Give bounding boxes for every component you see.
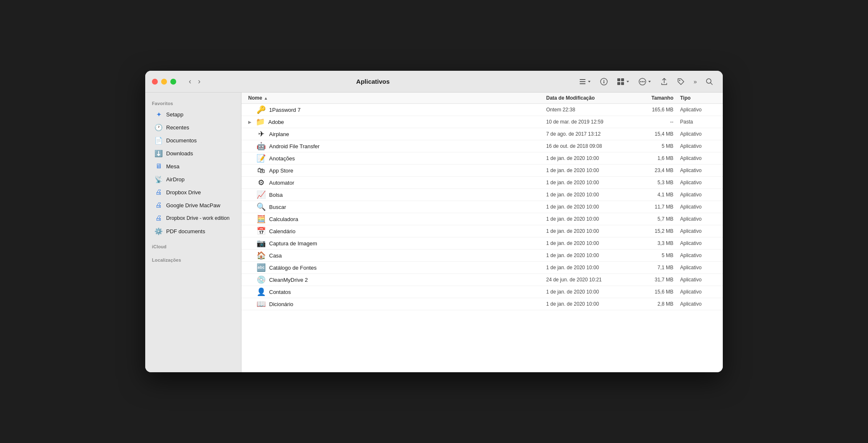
- file-type-cell: Aplicativo: [677, 289, 723, 295]
- sidebar-item-documentos[interactable]: 📄 Documentos: [148, 134, 239, 147]
- back-button[interactable]: ‹: [186, 75, 194, 88]
- sidebar-item-dropbox-work[interactable]: 🖨 Dropbox Drive - work edition: [148, 212, 239, 224]
- col-date-header[interactable]: Data de Modificação: [543, 95, 627, 101]
- sidebar-item-label: AirDrop: [166, 176, 185, 183]
- file-date-cell: 24 de jun. de 2020 10:21: [543, 277, 627, 283]
- file-name-cell: 📅 Calendário: [241, 227, 543, 236]
- file-date-cell: 1 de jan. de 2020 10:00: [543, 265, 627, 270]
- pdfdocs-icon: ⚙️: [154, 227, 163, 235]
- file-name-cell: 📝 Anotações: [241, 154, 543, 163]
- forward-button[interactable]: ›: [195, 75, 203, 88]
- file-name-cell: ▶ 📁 Adobe: [241, 117, 543, 126]
- svg-rect-7: [621, 78, 624, 81]
- table-row[interactable]: 🔑 1Password 7 Ontem 22:38 165,6 MB Aplic…: [241, 104, 723, 116]
- sidebar-item-label: Setapp: [166, 111, 183, 118]
- file-size-cell: 11,7 MB: [627, 204, 677, 210]
- file-type-cell: Aplicativo: [677, 240, 723, 246]
- file-date-cell: 1 de jan. de 2020 10:00: [543, 204, 627, 210]
- file-name-label: Calculadora: [269, 216, 298, 222]
- file-icon: 👤: [257, 287, 266, 296]
- file-date-cell: 16 de out. de 2018 09:08: [543, 143, 627, 149]
- table-row[interactable]: 📈 Bolsa 1 de jan. de 2020 10:00 4,1 MB A…: [241, 189, 723, 201]
- file-name-cell: ⚙ Automator: [241, 178, 543, 187]
- table-row[interactable]: 🏠 Casa 1 de jan. de 2020 10:00 5 MB Apli…: [241, 250, 723, 262]
- sidebar-item-mesa[interactable]: 🖥 Mesa: [148, 160, 239, 173]
- svg-rect-8: [617, 82, 620, 85]
- table-row[interactable]: 📝 Anotações 1 de jan. de 2020 10:00 1,6 …: [241, 152, 723, 165]
- table-row[interactable]: 🔤 Catálogo de Fontes 1 de jan. de 2020 1…: [241, 262, 723, 274]
- search-button[interactable]: [703, 76, 716, 88]
- file-date-cell: 1 de jan. de 2020 10:00: [543, 155, 627, 161]
- titlebar: ‹ › Aplicativos: [145, 71, 723, 93]
- sort-arrow: ▲: [264, 96, 268, 100]
- col-type-header[interactable]: Tipo: [677, 95, 723, 101]
- sidebar-item-label: Recentes: [166, 124, 189, 131]
- sidebar-item-downloads[interactable]: ⬇️ Downloads: [148, 147, 239, 160]
- table-row[interactable]: 📅 Calendário 1 de jan. de 2020 10:00 15,…: [241, 225, 723, 237]
- file-name-label: Casa: [269, 252, 282, 259]
- file-date-cell: 10 de mar. de 2019 12:59: [543, 119, 627, 125]
- file-name-cell: 🏠 Casa: [241, 251, 543, 260]
- sidebar-item-pdfdocs[interactable]: ⚙️ PDF documents: [148, 225, 239, 237]
- table-row[interactable]: 📷 Captura de Imagem 1 de jan. de 2020 10…: [241, 237, 723, 250]
- file-type-cell: Aplicativo: [677, 216, 723, 222]
- sidebar-item-recentes[interactable]: 🕐 Recentes: [148, 121, 239, 134]
- finder-window: ‹ › Aplicativos: [145, 71, 723, 372]
- file-name-label: Captura de Imagem: [269, 240, 317, 247]
- dropbox-work-icon: 🖨: [154, 214, 163, 222]
- col-name-header[interactable]: Nome ▲: [241, 95, 543, 101]
- traffic-lights: [152, 79, 176, 85]
- file-name-label: Bolsa: [269, 192, 283, 198]
- recentes-icon: 🕐: [154, 123, 163, 131]
- table-row[interactable]: 📖 Dicionário 1 de jan. de 2020 10:00 2,8…: [241, 298, 723, 310]
- table-row[interactable]: 🧮 Calculadora 1 de jan. de 2020 10:00 5,…: [241, 213, 723, 225]
- sidebar-item-label: Downloads: [166, 150, 193, 157]
- grid-view-button[interactable]: [614, 76, 632, 88]
- file-type-cell: Aplicativo: [677, 180, 723, 185]
- more-button[interactable]: »: [691, 77, 699, 87]
- file-name-cell: 🛍 App Store: [241, 166, 543, 175]
- table-row[interactable]: ✈ Airplane 7 de ago. de 2017 13:12 15,4 …: [241, 128, 723, 140]
- tag-button[interactable]: [674, 76, 688, 88]
- file-name-cell: 🔍 Buscar: [241, 202, 543, 211]
- file-date-cell: 1 de jan. de 2020 10:00: [543, 216, 627, 222]
- table-row[interactable]: 🛍 App Store 1 de jan. de 2020 10:00 23,4…: [241, 165, 723, 177]
- close-button[interactable]: [152, 79, 158, 85]
- action-button[interactable]: [636, 76, 654, 88]
- minimize-button[interactable]: [161, 79, 167, 85]
- file-type-cell: Aplicativo: [677, 252, 723, 258]
- file-size-cell: 15,2 MB: [627, 228, 677, 234]
- file-size-cell: 5,7 MB: [627, 216, 677, 222]
- file-date-cell: 1 de jan. de 2020 10:00: [543, 240, 627, 246]
- file-icon: 📝: [257, 154, 266, 163]
- info-button[interactable]: [597, 76, 611, 88]
- svg-point-14: [679, 80, 681, 81]
- sidebar-item-googledrive[interactable]: 🖨 Google Drive MacPaw: [148, 199, 239, 211]
- maximize-button[interactable]: [170, 79, 176, 85]
- sidebar-item-dropbox[interactable]: 🖨 Dropbox Drive: [148, 186, 239, 198]
- svg-point-12: [642, 81, 643, 82]
- file-name-cell: 🔤 Catálogo de Fontes: [241, 263, 543, 272]
- file-type-cell: Aplicativo: [677, 107, 723, 113]
- file-icon: 📖: [257, 299, 266, 309]
- sidebar-item-label: Mesa: [166, 163, 180, 170]
- expand-arrow[interactable]: ▶: [248, 120, 252, 124]
- file-name-label: Dicionário: [269, 301, 293, 307]
- table-row[interactable]: ⚙ Automator 1 de jan. de 2020 10:00 5,3 …: [241, 177, 723, 189]
- table-row[interactable]: 💿 CleanMyDrive 2 24 de jun. de 2020 10:2…: [241, 274, 723, 286]
- table-row[interactable]: 🤖 Android File Transfer 16 de out. de 20…: [241, 140, 723, 152]
- table-row[interactable]: 👤 Contatos 1 de jan. de 2020 10:00 15,6 …: [241, 286, 723, 298]
- table-row[interactable]: 🔍 Buscar 1 de jan. de 2020 10:00 11,7 MB…: [241, 201, 723, 213]
- airdrop-icon: 📡: [154, 175, 163, 183]
- file-type-cell: Aplicativo: [677, 131, 723, 137]
- file-icon: ⚙: [257, 178, 266, 187]
- list-view-button[interactable]: [576, 76, 594, 87]
- content-area: Favoritos ✦ Setapp 🕐 Recentes 📄 Document…: [145, 93, 723, 372]
- table-row[interactable]: ▶ 📁 Adobe 10 de mar. de 2019 12:59 -- Pa…: [241, 116, 723, 128]
- share-button[interactable]: [657, 76, 671, 88]
- file-date-cell: 1 de jan. de 2020 10:00: [543, 228, 627, 234]
- sidebar-item-airdrop[interactable]: 📡 AirDrop: [148, 173, 239, 185]
- sidebar-item-setapp[interactable]: ✦ Setapp: [148, 108, 239, 121]
- col-size-header[interactable]: Tamanho: [627, 95, 677, 101]
- file-name-label: 1Password 7: [269, 107, 300, 113]
